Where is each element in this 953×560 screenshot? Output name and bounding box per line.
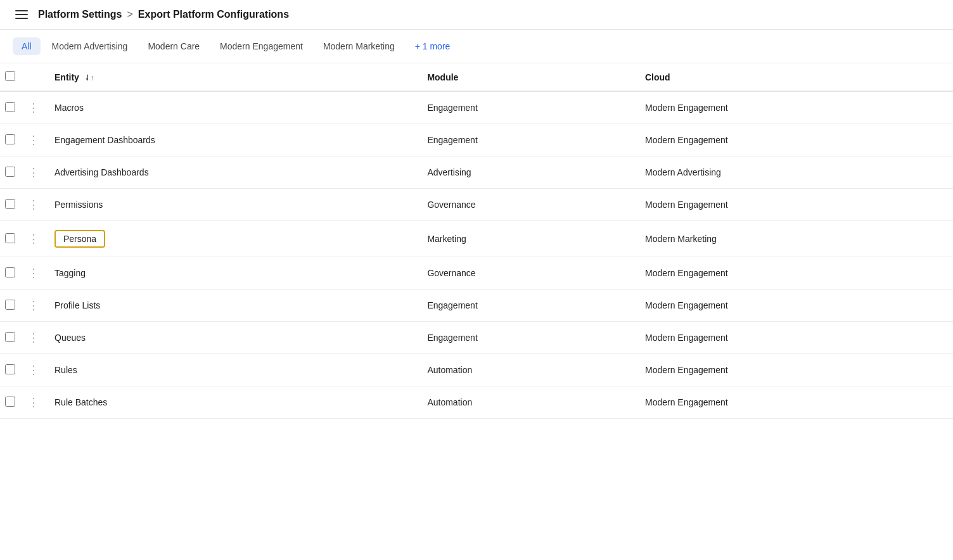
drag-handle[interactable]: ⋮ <box>25 189 44 221</box>
entity-name: Advertising Dashboards <box>44 156 417 189</box>
entities-table: Entity ⇃↑ Module Cloud ⋮MacrosEngagement… <box>0 63 953 419</box>
entity-name: Tagging <box>44 257 417 290</box>
row-checkbox[interactable] <box>5 332 15 342</box>
entity-cell: Persona <box>44 221 417 257</box>
entity-name: Rule Batches <box>44 386 417 419</box>
cloud-cell: Modern Engagement <box>635 386 953 419</box>
drag-handle[interactable]: ⋮ <box>25 257 44 290</box>
cloud-cell: Modern Engagement <box>635 257 953 290</box>
cloud-cell: Modern Marketing <box>635 221 953 257</box>
row-checkbox-cell <box>0 124 25 156</box>
header: Platform Settings > Export Platform Conf… <box>0 0 953 30</box>
row-checkbox-cell <box>0 91 25 124</box>
filter-tabs: All Modern Advertising Modern Care Moder… <box>0 30 953 63</box>
cloud-cell: Modern Engagement <box>635 91 953 124</box>
entity-name: Rules <box>44 354 417 386</box>
breadcrumb: Platform Settings > Export Platform Conf… <box>38 9 289 20</box>
table-row: ⋮PersonaMarketingModern Marketing <box>0 221 953 257</box>
module-cell: Automation <box>417 354 635 386</box>
row-checkbox-cell <box>0 189 25 221</box>
entity-name: Profile Lists <box>44 290 417 322</box>
module-cell: Engagement <box>417 124 635 156</box>
entity-sort-icon[interactable]: ⇃↑ <box>84 73 94 82</box>
entity-name: Macros <box>44 91 417 124</box>
entity-name: Queues <box>44 322 417 354</box>
row-checkbox-cell <box>0 354 25 386</box>
module-cell: Marketing <box>417 221 635 257</box>
select-all-checkbox[interactable] <box>5 71 15 81</box>
table-row: ⋮Rule BatchesAutomationModern Engagement <box>0 386 953 419</box>
breadcrumb-parent: Platform Settings <box>38 9 122 20</box>
row-checkbox-cell <box>0 156 25 189</box>
module-cell: Governance <box>417 189 635 221</box>
table-header-row: Entity ⇃↑ Module Cloud <box>0 63 953 91</box>
tab-more[interactable]: + 1 more <box>406 37 459 55</box>
row-checkbox-cell <box>0 386 25 419</box>
cloud-cell: Modern Advertising <box>635 156 953 189</box>
drag-handle[interactable]: ⋮ <box>25 221 44 257</box>
cloud-cell: Modern Engagement <box>635 290 953 322</box>
drag-handle[interactable]: ⋮ <box>25 322 44 354</box>
table-row: ⋮PermissionsGovernanceModern Engagement <box>0 189 953 221</box>
table-row: ⋮TaggingGovernanceModern Engagement <box>0 257 953 290</box>
drag-handle[interactable]: ⋮ <box>25 290 44 322</box>
header-module: Module <box>417 63 635 91</box>
module-cell: Automation <box>417 386 635 419</box>
row-checkbox-cell <box>0 221 25 257</box>
row-checkbox[interactable] <box>5 102 15 112</box>
cloud-cell: Modern Engagement <box>635 322 953 354</box>
drag-handle[interactable]: ⋮ <box>25 91 44 124</box>
cloud-cell: Modern Engagement <box>635 124 953 156</box>
row-checkbox[interactable] <box>5 134 15 144</box>
hamburger-menu-icon[interactable] <box>13 8 30 22</box>
header-checkbox-cell <box>0 63 25 91</box>
module-cell: Engagement <box>417 322 635 354</box>
table-row: ⋮QueuesEngagementModern Engagement <box>0 322 953 354</box>
module-cell: Governance <box>417 257 635 290</box>
header-entity: Entity ⇃↑ <box>44 63 417 91</box>
entity-label: Entity <box>54 72 79 82</box>
table-row: ⋮Engagement DashboardsEngagementModern E… <box>0 124 953 156</box>
table-wrapper: Entity ⇃↑ Module Cloud ⋮MacrosEngagement… <box>0 63 953 419</box>
tab-modern-marketing[interactable]: Modern Marketing <box>314 37 404 55</box>
breadcrumb-current: Export Platform Configurations <box>138 9 289 20</box>
row-checkbox[interactable] <box>5 199 15 209</box>
module-cell: Engagement <box>417 290 635 322</box>
drag-handle[interactable]: ⋮ <box>25 386 44 419</box>
cloud-cell: Modern Engagement <box>635 189 953 221</box>
drag-handle[interactable]: ⋮ <box>25 354 44 386</box>
table-row: ⋮MacrosEngagementModern Engagement <box>0 91 953 124</box>
table-row: ⋮RulesAutomationModern Engagement <box>0 354 953 386</box>
row-checkbox[interactable] <box>5 300 15 310</box>
row-checkbox[interactable] <box>5 233 15 243</box>
header-drag-cell <box>25 63 44 91</box>
row-checkbox[interactable] <box>5 364 15 374</box>
drag-handle[interactable]: ⋮ <box>25 156 44 189</box>
tab-all[interactable]: All <box>13 37 41 55</box>
entity-name: Engagement Dashboards <box>44 124 417 156</box>
entity-name: Permissions <box>44 189 417 221</box>
row-checkbox-cell <box>0 322 25 354</box>
table-row: ⋮Profile ListsEngagementModern Engagemen… <box>0 290 953 322</box>
table-row: ⋮Advertising DashboardsAdvertisingModern… <box>0 156 953 189</box>
row-checkbox[interactable] <box>5 267 15 277</box>
entity-name-highlighted: Persona <box>54 230 105 248</box>
header-cloud: Cloud <box>635 63 953 91</box>
tab-modern-engagement[interactable]: Modern Engagement <box>211 37 312 55</box>
cloud-cell: Modern Engagement <box>635 354 953 386</box>
drag-handle[interactable]: ⋮ <box>25 124 44 156</box>
row-checkbox-cell <box>0 290 25 322</box>
breadcrumb-separator: > <box>127 9 132 20</box>
tab-modern-advertising[interactable]: Modern Advertising <box>43 37 137 55</box>
row-checkbox-cell <box>0 257 25 290</box>
module-cell: Engagement <box>417 91 635 124</box>
row-checkbox[interactable] <box>5 397 15 407</box>
table-body: ⋮MacrosEngagementModern Engagement⋮Engag… <box>0 91 953 419</box>
module-cell: Advertising <box>417 156 635 189</box>
tab-modern-care[interactable]: Modern Care <box>139 37 208 55</box>
row-checkbox[interactable] <box>5 167 15 177</box>
